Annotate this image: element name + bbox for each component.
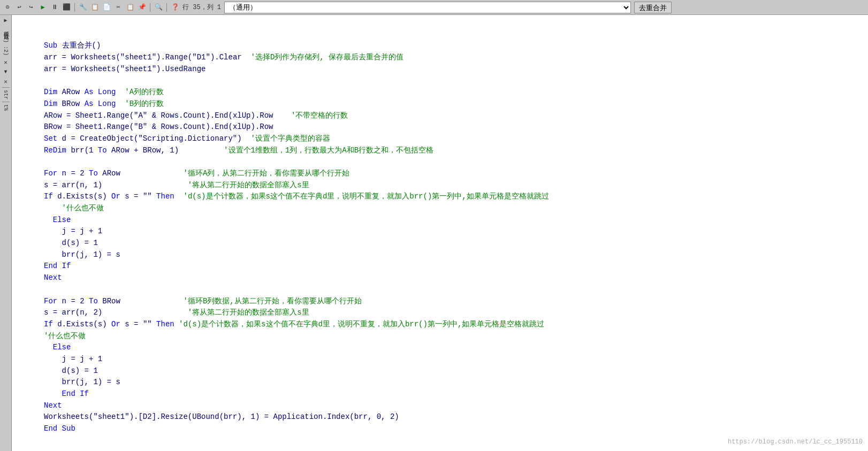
- code-line: For n = 2 To ARow '循环A列，从第二行开始，看你需要从哪个行开…: [44, 168, 864, 180]
- sidebar-item-dialog[interactable]: 对话: [2, 29, 10, 31]
- sidebar-divider-1: [2, 87, 10, 88]
- icon-3[interactable]: ↪: [26, 2, 36, 13]
- icon-10[interactable]: 🔍: [153, 2, 164, 13]
- code-line: s = arr(n, 2) '将从第二行开始的数据全部塞入s里: [44, 307, 864, 319]
- code-line: s = arr(n, 1) '将从第二行开始的数据全部塞入s里: [44, 180, 864, 192]
- sidebar-divider-2: [2, 102, 10, 102]
- arrow-down-1[interactable]: ▼: [4, 68, 7, 76]
- icon-9[interactable]: 📌: [136, 2, 147, 13]
- code-line: End Sub: [44, 423, 864, 435]
- code-line: BRow = Sheet1.Range("B" & Rows.Count).En…: [44, 121, 864, 133]
- icon-1[interactable]: ⊙: [2, 2, 13, 13]
- sep3: [166, 3, 167, 12]
- icon-5[interactable]: 📋: [89, 2, 100, 13]
- pause-icon[interactable]: ⏸: [49, 2, 60, 13]
- close-btn-1[interactable]: ✕: [4, 58, 7, 67]
- code-line: Dim BRow As Long 'B列的行数: [44, 98, 864, 110]
- code-line: j = j + 1: [44, 226, 864, 238]
- code-line: arr = Worksheets("sheet1").Range("D1").C…: [44, 52, 864, 64]
- code-content: Sub 去重合并()arr = Worksheets("sheet1").Ran…: [12, 17, 868, 449]
- icon-2[interactable]: ↩: [14, 2, 25, 13]
- stop-icon[interactable]: ⬛: [61, 2, 72, 13]
- code-line: Dim ARow As Long 'A列的行数: [44, 87, 864, 98]
- module-dropdown[interactable]: （通用）: [224, 2, 631, 13]
- code-line: Else: [44, 215, 864, 226]
- code-line: For n = 2 To BRow '循环B列数据,从第二行开始，看你需要从哪个…: [44, 296, 864, 308]
- code-line: Else: [44, 342, 864, 354]
- dedup-merge-button[interactable]: 去重合并: [634, 2, 672, 13]
- sidebar-item-template[interactable]: 模板: [2, 26, 10, 28]
- sidebar-item-t[interactable]: t%: [2, 103, 9, 112]
- code-line: [44, 156, 864, 168]
- code-line: '什么也不做: [44, 331, 864, 342]
- code-line: d(s) = 1: [44, 365, 864, 377]
- code-line: Set d = CreateObject("Scripting.Dictiona…: [44, 133, 864, 145]
- arrow-right[interactable]: ▶: [4, 16, 7, 25]
- code-line: Next: [44, 400, 864, 412]
- icon-11[interactable]: ❓: [170, 2, 180, 13]
- sep1: [74, 3, 75, 12]
- code-line: ReDim brr(1 To ARow + BRow, 1) '设置个1维数组，…: [44, 145, 864, 157]
- code-line: [44, 284, 864, 296]
- code-line: Sub 去重合并(): [44, 40, 864, 52]
- code-line: d(s) = 1: [44, 238, 864, 249]
- sidebar: ▶ 模板 对话 :1) :2) ✕ ▼ ✕ str t%: [0, 15, 12, 451]
- sep2: [150, 3, 150, 12]
- icon-4[interactable]: 🔧: [78, 2, 88, 13]
- toolbar-icons: ⊙ ↩ ↪ ▶ ⏸ ⬛ 🔧 📋 📄 ✂ 📋 📌 🔍 ❓: [2, 2, 180, 13]
- main-layout: ▶ 模板 对话 :1) :2) ✕ ▼ ✕ str t% Sub 去重合并()a…: [0, 15, 868, 451]
- code-line: End If: [44, 261, 864, 272]
- run-icon[interactable]: ▶: [37, 2, 48, 13]
- code-line: arr = Worksheets("sheet1").UsedRange: [44, 64, 864, 75]
- icon-6[interactable]: 📄: [101, 2, 112, 13]
- icon-8[interactable]: 📋: [125, 2, 135, 13]
- sidebar-item-str[interactable]: str: [2, 89, 9, 101]
- position-label: 行 35，列 1: [182, 3, 221, 12]
- code-line: j = j + 1: [44, 354, 864, 365]
- code-line: Worksheets("sheet1").[D2].Resize(UBound(…: [44, 411, 864, 423]
- code-line: brr(j, 1) = s: [44, 249, 864, 261]
- code-line: brr(j, 1) = s: [44, 377, 864, 388]
- code-line: [44, 75, 864, 87]
- sidebar-item-2[interactable]: :2): [2, 45, 9, 57]
- code-line: Next: [44, 272, 864, 284]
- code-line: If d.Exists(s) Or s = "" Then 'd(s)是个计数器…: [44, 319, 864, 331]
- icon-7[interactable]: ✂: [113, 2, 124, 13]
- code-line: ARow = Sheet1.Range("A" & Rows.Count).En…: [44, 110, 864, 122]
- code-line: '什么也不做: [44, 203, 864, 215]
- code-line: If d.Exists(s) Or s = "" Then 'd(s)是个计数器…: [44, 191, 864, 203]
- code-editor[interactable]: Sub 去重合并()arr = Worksheets("sheet1").Ran…: [12, 15, 868, 451]
- sidebar-item-1[interactable]: :1): [2, 32, 9, 44]
- toolbar: ⊙ ↩ ↪ ▶ ⏸ ⬛ 🔧 📋 📄 ✂ 📋 📌 🔍 ❓ 行 35，列 1 （通用…: [0, 0, 868, 15]
- code-line: End If: [44, 388, 864, 400]
- toolbar-select-container: 行 35，列 1 （通用） 去重合并: [182, 2, 866, 13]
- close-btn-2[interactable]: ✕: [4, 77, 7, 86]
